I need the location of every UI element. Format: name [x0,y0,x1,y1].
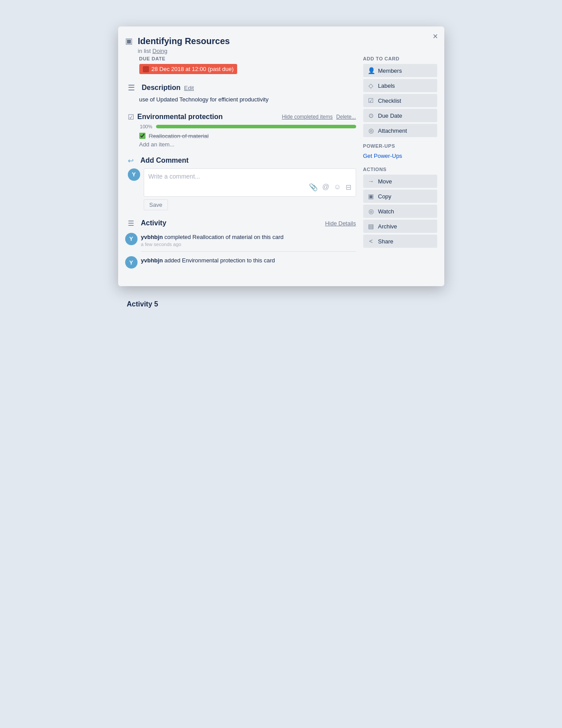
attachment-icon-btn: ◎ [368,127,375,134]
activity-user-1: yvbhbjn [141,234,163,240]
watch-icon: ◎ [368,208,375,215]
description-edit-link[interactable]: Edit [184,85,194,91]
labels-icon: ◇ [368,82,375,89]
add-item-input[interactable]: Add an item... [125,141,356,148]
activity-icon: ☰ [128,219,134,228]
watch-btn[interactable]: ◎ Watch [363,205,437,218]
checklist-title: Environmental protection [138,113,223,121]
activity-section: ☰ Activity Hide Details Y yvbhbjn [125,219,356,269]
activity-text-1: yvbhbjn completed Reallocation of materi… [141,233,284,247]
activity-divider [141,251,356,252]
due-date-icon: ⊙ [368,112,375,119]
activity-text-2: yvbhbjn added Environmental protection t… [141,256,275,265]
attachment-icon[interactable]: ⊟ [346,183,351,191]
modal-card: × ▣ Identifying Resources in list Doing [118,26,444,308]
watch-label: Watch [378,208,394,215]
progress-percent: 100% [139,124,153,129]
checklist-item: Reallocation of material [125,133,356,139]
description-text: use of Updated Technology for efficient … [125,95,356,104]
card-title: Identifying Resources [138,35,230,47]
move-icon: → [368,178,375,185]
checklist-checkbox[interactable] [139,133,145,139]
share-icon: < [368,238,375,245]
due-date-badge[interactable]: 28 Dec 2018 at 12:00 (past due) [139,64,237,74]
due-date-section: DUE DATE 28 Dec 2018 at 12:00 (past due) [125,56,356,74]
activity-title: Activity [141,219,167,227]
checklist-item-text: Reallocation of material [149,133,209,139]
actions-label: ACTIONS [363,167,437,172]
copy-icon: ▣ [368,193,375,200]
checklist-btn[interactable]: ☑ Checklist [363,94,437,107]
description-section: ☰ Description Edit use of Updated Techno… [125,83,356,104]
due-date-value: 28 Dec 2018 at 12:00 (past due) [152,66,234,72]
mention-icon[interactable]: @ [322,183,329,191]
comment-icon: ↩ [128,157,134,165]
header-text: Identifying Resources in list Doing [138,35,230,54]
due-date-label: DUE DATE [125,56,356,61]
main-content: DUE DATE 28 Dec 2018 at 12:00 (past due)… [125,56,356,277]
members-label: Members [378,67,402,74]
comment-placeholder: Write a comment... [149,173,200,180]
paperclip-icon[interactable]: 📎 [309,183,318,191]
comment-input[interactable]: Write a comment... 📎 @ ☺ ⊟ [144,168,356,197]
comment-title: Add Comment [141,157,189,164]
copy-label: Copy [378,193,391,200]
due-date-btn[interactable]: ⊙ Due Date [363,109,437,122]
activity-avatar-1: Y [125,233,138,245]
power-ups-label: POWER-UPS [363,143,437,149]
members-icon: 👤 [368,67,375,74]
comment-toolbar: 📎 @ ☺ ⊟ [149,183,351,191]
delete-checklist-btn[interactable]: Delete... [336,114,356,120]
card-icon: ▣ [125,36,133,46]
progress-bar-bg [156,125,356,128]
due-date-btn-label: Due Date [378,112,402,119]
hide-details-link[interactable]: Hide Details [325,220,356,227]
checklist-add-icon: ☑ [368,97,375,104]
emoji-icon[interactable]: ☺ [334,183,341,191]
move-btn[interactable]: → Move [363,175,437,188]
modal-header: ▣ Identifying Resources in list Doing [125,35,437,54]
attachment-label: Attachment [378,127,407,134]
checklist-section: ☑ Environmental protection Hide complete… [125,113,356,148]
archive-btn[interactable]: ▤ Archive [363,220,437,233]
progress-bar-fill [156,125,356,128]
add-to-card-label: ADD TO CARD [363,56,437,61]
activity-time-1: a few seconds ago [141,242,284,247]
card-subtitle: in list Doing [138,48,230,54]
activity-item: Y yvbhbjn completed Reallocation of mate… [125,233,356,247]
activity-avatar-2: Y [125,256,138,269]
page-footer-label: Activity 5 [118,300,444,308]
checklist-btn-label: Checklist [378,97,402,104]
user-avatar: Y [128,168,140,181]
archive-icon: ▤ [368,223,375,230]
description-title: Description [142,84,181,92]
description-icon: ☰ [128,83,135,93]
labels-label: Labels [378,82,395,89]
checklist-icon: ☑ [128,113,134,121]
close-button[interactable]: × [433,32,438,41]
get-power-ups-link[interactable]: Get Power-Ups [363,151,437,161]
members-btn[interactable]: 👤 Members [363,64,437,77]
archive-label: Archive [378,223,397,230]
sidebar: ADD TO CARD 👤 Members ◇ Labels ☑ Checkli… [363,56,437,277]
add-comment-section: ↩ Add Comment Y Write a comment... 📎 [125,157,356,210]
activity-item-2: Y yvbhbjn added Environmental protection… [125,256,356,269]
progress-row: 100% [125,124,356,129]
share-label: Share [378,238,394,245]
modal: × ▣ Identifying Resources in list Doing [118,26,444,286]
hide-completed-btn[interactable]: Hide completed items [282,114,332,120]
list-link[interactable]: Doing [153,48,167,54]
save-comment-btn[interactable]: Save [144,199,168,210]
copy-btn[interactable]: ▣ Copy [363,190,437,203]
activity-user-2: yvbhbjn [141,257,163,264]
attachment-btn[interactable]: ◎ Attachment [363,124,437,137]
move-label: Move [378,178,392,185]
labels-btn[interactable]: ◇ Labels [363,79,437,92]
share-btn[interactable]: < Share [363,235,437,248]
due-date-swatch [143,66,149,72]
